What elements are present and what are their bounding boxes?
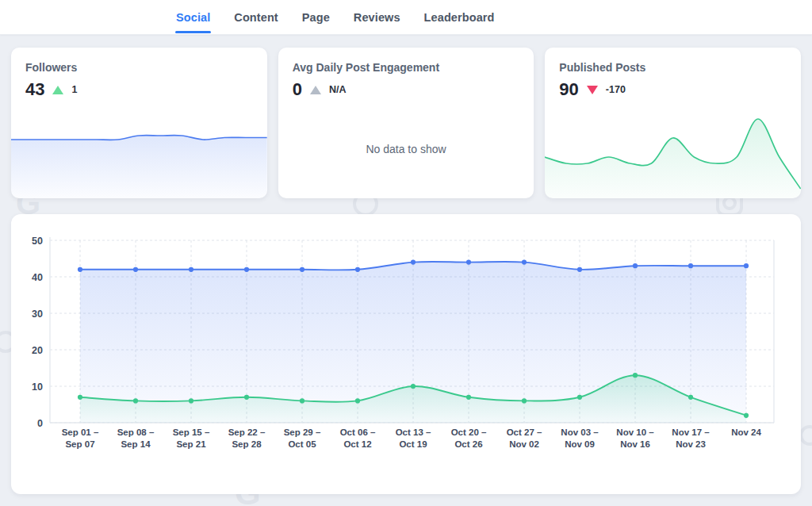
svg-text:Sep 22 –Sep 28: Sep 22 –Sep 28 <box>228 427 266 449</box>
card-title: Avg Daily Post Engagement <box>293 61 520 74</box>
svg-text:Oct 06 –Oct 12: Oct 06 –Oct 12 <box>340 427 376 449</box>
svg-text:Nov 17 –Nov 23: Nov 17 –Nov 23 <box>672 427 710 449</box>
tab-social[interactable]: Social <box>176 0 210 34</box>
published-posts-card: Published Posts 90 -170 <box>545 48 801 198</box>
tab-page[interactable]: Page <box>302 0 330 34</box>
weekly-trend-chart[interactable]: 01020304050Sep 01 –Sep 07Sep 08 –Sep 14S… <box>11 214 801 494</box>
tab-content[interactable]: Content <box>234 0 278 34</box>
svg-text:Nov 24: Nov 24 <box>731 427 761 437</box>
engagement-card: Avg Daily Post Engagement 0 N/A No data … <box>278 48 534 198</box>
tab-leaderboard[interactable]: Leaderboard <box>424 0 495 34</box>
trend-down-icon <box>587 86 598 94</box>
no-data-message: No data to show <box>278 143 534 155</box>
followers-delta: 1 <box>71 84 77 95</box>
svg-text:Sep 15 –Sep 21: Sep 15 –Sep 21 <box>173 427 210 449</box>
svg-text:Sep 01 –Sep 07: Sep 01 –Sep 07 <box>62 427 99 449</box>
top-nav: Social Content Page Reviews Leaderboard <box>0 0 812 35</box>
svg-text:Oct 27 –Nov 02: Oct 27 –Nov 02 <box>507 427 542 449</box>
y-axis-labels: 01020304050 <box>32 236 43 429</box>
svg-text:Oct 13 –Oct 19: Oct 13 –Oct 19 <box>396 427 431 449</box>
published-posts-delta: -170 <box>606 84 626 95</box>
engagement-delta: N/A <box>329 84 347 95</box>
stat-cards-row: Followers 43 1 Avg Daily Post Engagement… <box>11 48 801 198</box>
followers-value: 43 <box>25 81 44 98</box>
tab-reviews[interactable]: Reviews <box>354 0 400 34</box>
trend-neutral-icon <box>310 86 321 94</box>
card-title: Published Posts <box>559 61 787 74</box>
svg-text:Sep 08 –Sep 14: Sep 08 –Sep 14 <box>117 427 155 449</box>
x-axis-labels: Sep 01 –Sep 07Sep 08 –Sep 14Sep 15 –Sep … <box>62 427 762 449</box>
posts-spark-area <box>545 119 801 198</box>
svg-text:Oct 20 –Oct 26: Oct 20 –Oct 26 <box>451 427 487 449</box>
trend-up-icon <box>52 86 63 94</box>
svg-text:40: 40 <box>32 272 43 283</box>
weekly-trend-chart-card: 01020304050Sep 01 –Sep 07Sep 08 –Sep 14S… <box>11 214 801 494</box>
engagement-value: 0 <box>293 81 302 98</box>
svg-text:50: 50 <box>32 236 43 247</box>
svg-text:Sep 29 –Oct 05: Sep 29 –Oct 05 <box>284 427 321 449</box>
followers-spark-area <box>11 136 267 198</box>
card-title: Followers <box>25 61 253 74</box>
svg-text:0: 0 <box>37 418 43 429</box>
svg-text:Nov 03 –Nov 09: Nov 03 –Nov 09 <box>561 427 599 449</box>
svg-text:30: 30 <box>32 309 43 320</box>
svg-text:20: 20 <box>32 345 43 356</box>
followers-card: Followers 43 1 <box>11 48 267 198</box>
published-posts-value: 90 <box>559 81 578 98</box>
svg-text:Nov 10 –Nov 16: Nov 10 –Nov 16 <box>616 427 654 449</box>
svg-text:10: 10 <box>32 381 43 393</box>
